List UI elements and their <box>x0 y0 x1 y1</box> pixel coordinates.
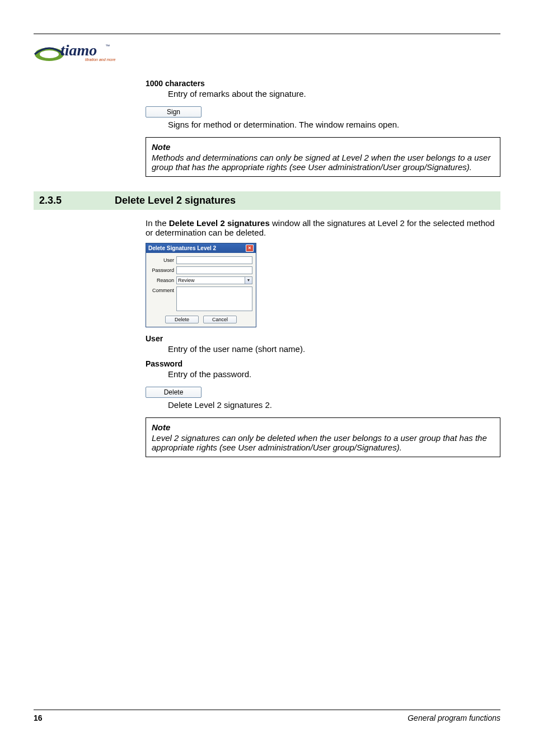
user-heading: User <box>146 334 500 343</box>
delete-signatures-dialog: Delete Signatures Level 2 × User Passwor… <box>146 243 256 327</box>
chars-desc: Entry of remarks about the signature. <box>168 89 500 98</box>
comment-label: Comment <box>149 287 176 293</box>
page-footer: 16 General program functions <box>34 710 500 722</box>
note-box-sign: Note Methods and determinations can only… <box>146 137 500 177</box>
dialog-title: Delete Signatures Level 2 <box>148 245 216 251</box>
password-heading: Password <box>146 359 500 368</box>
sign-desc: Signs for method or determination. The w… <box>168 120 500 129</box>
section-intro: In the Delete Level 2 signatures window … <box>146 218 500 237</box>
section-number: 2.3.5 <box>39 195 115 206</box>
password-desc: Entry of the password. <box>168 369 500 379</box>
comment-input[interactable] <box>176 287 252 311</box>
dialog-cancel-button[interactable]: Cancel <box>203 316 237 323</box>
chars-heading: 1000 characters <box>146 79 500 88</box>
section-title: Delete Level 2 signatures <box>115 195 236 206</box>
logo: tiamo ™ titration and more <box>34 37 500 68</box>
dialog-titlebar: Delete Signatures Level 2 × <box>146 243 256 253</box>
reason-select[interactable]: Review ▼ <box>176 276 252 284</box>
footer-section: General program functions <box>407 713 500 722</box>
page-number: 16 <box>34 713 43 722</box>
close-icon[interactable]: × <box>246 245 254 252</box>
logo-tagline: titration and more <box>85 58 116 62</box>
user-input[interactable] <box>176 256 252 264</box>
section-heading: 2.3.5 Delete Level 2 signatures <box>34 191 500 210</box>
note-title: Note <box>152 142 494 152</box>
delete-desc: Delete Level 2 signatures 2. <box>168 400 500 410</box>
dialog-delete-button[interactable]: Delete <box>165 316 199 323</box>
password-label: Password <box>149 266 176 273</box>
user-desc: Entry of the user name (short name). <box>168 344 500 354</box>
password-input[interactable] <box>176 266 252 274</box>
svg-point-1 <box>40 50 59 58</box>
note-body: Level 2 signatures can only be deleted w… <box>152 433 494 452</box>
sign-button[interactable]: Sign <box>146 106 202 118</box>
note-title: Note <box>152 422 494 432</box>
reason-label: Reason <box>149 276 176 283</box>
note-box-delete: Note Level 2 signatures can only be dele… <box>146 417 500 457</box>
svg-text:™: ™ <box>105 44 110 49</box>
delete-button[interactable]: Delete <box>146 387 202 398</box>
user-label: User <box>149 256 176 263</box>
chevron-down-icon[interactable]: ▼ <box>245 276 252 284</box>
logo-text: tiamo <box>60 41 97 59</box>
note-body: Methods and determinations can only be s… <box>152 153 494 172</box>
